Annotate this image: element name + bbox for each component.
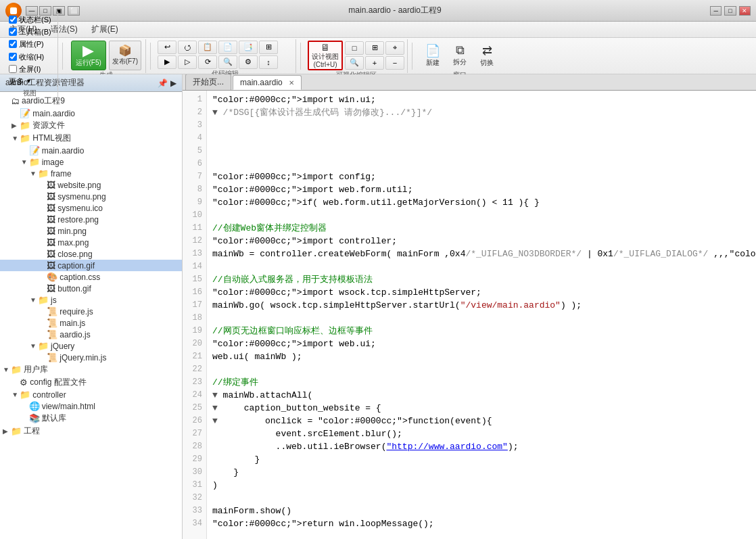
switch-button[interactable]: ⇄ 切换 [475, 41, 499, 70]
tree-item[interactable]: ▼📁image [0, 156, 182, 168]
tree-item[interactable]: 🖼sysmenu.ico [0, 202, 182, 214]
visual-btn-6[interactable]: − [385, 56, 404, 70]
tree-item[interactable]: 🖼restore.png [0, 214, 182, 225]
toolbar-window-section: 📄 新建 ⧉ 拆分 ⇄ 切换 窗口 [417, 39, 503, 73]
split-button[interactable]: ⧉ 拆分 [448, 41, 472, 70]
tree-item[interactable]: 📜aardio.js [0, 329, 182, 340]
code-btn-2[interactable]: ⭯ [178, 41, 197, 54]
tree-item[interactable]: ▶📁资源文件 [0, 119, 182, 132]
win-minimize[interactable]: ─ [710, 6, 722, 16]
code-btn-3[interactable]: 📋 [198, 41, 217, 54]
code-line: //绑定事件 [212, 376, 751, 389]
tree-label: min.png [57, 227, 87, 236]
code-line: ▼ caption_button_website = { [212, 402, 751, 415]
tree-item[interactable]: ▼📁controller [0, 389, 182, 400]
tree-item[interactable]: ⚙config 配置文件 [0, 376, 182, 389]
code-editor[interactable]: 1234567891011121314151617181920212223242… [183, 91, 756, 539]
collapse-arrow[interactable]: ▼ [212, 403, 223, 413]
tree-item[interactable]: ▼📁jQuery [0, 340, 182, 352]
tree-item[interactable]: 📝main.aardio [0, 108, 182, 119]
sidebar-arrow[interactable]: ▶ [170, 78, 176, 88]
sidebar-tree: 🗂aardio工程9 📝main.aardio ▶📁资源文件 ▼📁HTML视图 … [0, 92, 182, 539]
code-btn-9[interactable]: ⟳ [198, 55, 217, 69]
code-btn-6[interactable]: ⊞ [259, 41, 278, 54]
code-btn-5[interactable]: 📑 [239, 41, 258, 54]
visual-btn-3[interactable]: ⌖ [385, 41, 404, 55]
visual-btn-5[interactable]: + [365, 56, 384, 70]
tree-arrow [39, 354, 47, 361]
tab-main[interactable]: main.aardio ✕ [233, 75, 302, 90]
publish-button[interactable]: 📦 发布(F7) [109, 41, 141, 70]
code-content[interactable]: "color:#0000cc;">import win.ui;▼ /*DSG[{… [207, 91, 756, 539]
collapse-arrow[interactable]: ▼ [212, 108, 223, 118]
collapse-arrow[interactable]: ▼ [212, 390, 223, 400]
tab-start[interactable]: 开始页... [185, 74, 231, 90]
tree-item[interactable]: ▼📁HTML视图 [0, 132, 182, 145]
code-btn-12[interactable]: ↕ [259, 55, 278, 69]
tree-item[interactable]: 📜require.js [0, 306, 182, 317]
tree-item[interactable]: 🖼max.png [0, 237, 182, 248]
divider2 [150, 43, 151, 70]
checkbox-fullscreen-input[interactable] [9, 65, 17, 73]
win-close[interactable]: ✕ [739, 6, 751, 16]
checkbox-toolbox[interactable]: 工具箱(B) [7, 26, 53, 38]
checkbox-props[interactable]: 属性(P) [7, 39, 53, 50]
code-line: ) [212, 479, 751, 492]
tree-item[interactable]: 🎨caption.css [0, 271, 182, 283]
tree-item[interactable]: ▼📁用户库 [0, 363, 182, 376]
tree-arrow [39, 319, 47, 327]
code-btn-8[interactable]: ▷ [178, 55, 197, 69]
new-window-button[interactable]: 📄 新建 [421, 41, 445, 70]
sidebar-pin[interactable]: 📌 [158, 78, 168, 88]
tree-item[interactable]: 📝main.aardio [0, 145, 182, 156]
tree-item[interactable]: 🖼min.png [0, 225, 182, 237]
code-btn-11[interactable]: ⚙ [239, 55, 258, 69]
tree-icon: 📁 [20, 390, 30, 400]
tree-item[interactable]: 🖼sysmenu.png [0, 191, 182, 202]
menu-extend[interactable]: 扩展(E) [85, 22, 125, 37]
checkbox-statusbar[interactable]: 状态栏(S) [7, 14, 53, 26]
tree-item[interactable]: ▶📁工程 [0, 425, 182, 438]
tree-arrow [11, 379, 20, 386]
design-view-button[interactable]: 🖥 设计视图(Ctrl+U) [308, 41, 343, 70]
tab-close-icon[interactable]: ✕ [289, 79, 294, 87]
code-btn-1[interactable]: ↩ [158, 41, 176, 54]
code-btn-10[interactable]: 🔍 [218, 55, 237, 69]
checkbox-collapse-input[interactable] [9, 53, 17, 61]
more-btn[interactable]: 更多▼ [7, 76, 53, 87]
line-number: 19 [187, 325, 202, 337]
checkbox-collapse[interactable]: 收缩(H) [7, 51, 53, 63]
checkbox-statusbar-input[interactable] [9, 16, 17, 24]
tree-item[interactable]: ▼📁frame [0, 168, 182, 179]
win-maximize[interactable]: □ [724, 6, 736, 16]
visual-btn-2[interactable]: ⊞ [365, 41, 384, 55]
visual-btn-1[interactable]: □ [345, 41, 364, 55]
tree-item[interactable]: 🖼close.png [0, 248, 182, 260]
tree-item[interactable]: 🖼button.gif [0, 283, 182, 294]
line-number: 6 [187, 158, 202, 170]
tree-item[interactable]: 🌐view/main.html [0, 400, 182, 412]
tree-arrow [39, 273, 47, 281]
checkbox-toolbox-input[interactable] [9, 28, 17, 36]
checkbox-props-input[interactable] [9, 40, 17, 48]
tree-item[interactable]: 📚默认库 [0, 412, 182, 425]
close-btn[interactable]: ⬜ [68, 6, 80, 16]
tree-item[interactable]: 🖼website.png [0, 179, 182, 191]
run-button[interactable]: ▶ 运行(F5) [71, 41, 106, 70]
checkbox-fullscreen[interactable]: 全屏(I) [7, 64, 53, 75]
tree-label: main.aardio [42, 146, 85, 156]
tree-item[interactable]: 🖼caption.gif [0, 260, 182, 271]
code-btn-4[interactable]: 📄 [218, 41, 237, 54]
tree-item[interactable]: ▼📁js [0, 294, 182, 306]
code-btn-7[interactable]: ▶ [158, 55, 176, 69]
tree-item[interactable]: 📜main.js [0, 317, 182, 329]
tree-item[interactable]: 📜jQuery.min.js [0, 352, 182, 363]
menu-bar: 主页(H) 语法(S) 扩展(E) [0, 22, 756, 38]
visual-btn-4[interactable]: 🔍 [345, 56, 364, 70]
tree-label: HTML视图 [32, 133, 71, 144]
line-number: 12 [187, 235, 202, 248]
tree-arrow: ▼ [21, 158, 29, 166]
collapse-arrow[interactable]: ▼ [212, 416, 223, 426]
code-line: "color:#0000cc;">import web.form.util; [212, 183, 751, 196]
tree-label: config 配置文件 [30, 377, 86, 388]
